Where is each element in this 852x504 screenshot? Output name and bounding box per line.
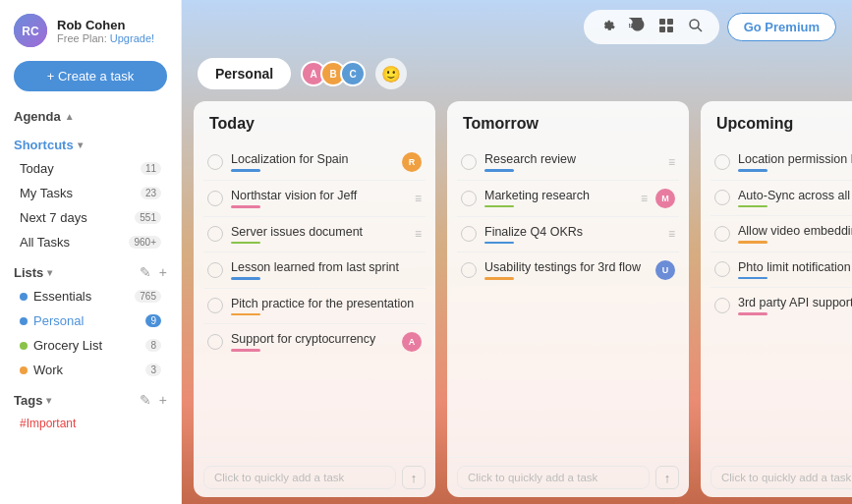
task-item[interactable]: Localization for SpainR — [203, 144, 426, 181]
refresh-button[interactable] — [625, 16, 649, 38]
user-profile: RC Rob Cohen Free Plan: Upgrade! — [0, 0, 181, 57]
grocery-badge: 8 — [145, 339, 161, 352]
user-info: Rob Cohen Free Plan: Upgrade! — [57, 18, 154, 44]
task-priority-bar — [231, 277, 260, 280]
column-tomorrow-body: Research review≡Marketing research≡MFina… — [447, 140, 689, 457]
task-assignee-avatar: A — [402, 332, 422, 352]
avatar: RC — [14, 14, 47, 47]
task-checkbox[interactable] — [714, 226, 730, 242]
task-checkbox[interactable] — [461, 226, 477, 242]
sidebar-item-essentials[interactable]: Essentials 765 — [14, 284, 167, 308]
lists-edit-button[interactable]: ✎ — [140, 264, 151, 280]
lists-title: Lists ▾ — [14, 265, 52, 280]
emoji-button[interactable]: 🙂 — [375, 58, 407, 89]
task-item[interactable]: Lesson learned from last sprint — [203, 252, 426, 289]
add-task-input-upcoming[interactable] — [710, 466, 852, 489]
add-task-button-today[interactable]: ↑ — [402, 466, 426, 489]
task-checkbox[interactable] — [207, 334, 223, 350]
task-item[interactable]: Support for cryptocurrencyA — [203, 324, 426, 360]
task-checkbox[interactable] — [714, 261, 730, 277]
task-content: Lesson learned from last sprint — [231, 260, 422, 280]
task-item[interactable]: Finalize Q4 OKRs≡ — [457, 217, 679, 253]
task-attachment-icon: ≡ — [415, 227, 422, 241]
column-today-footer: ↑ — [194, 457, 435, 497]
sidebar-item-work[interactable]: Work 3 — [14, 358, 167, 382]
search-button[interactable] — [684, 16, 708, 38]
column-upcoming-body: Location permission handlerAuto-Sync acr… — [701, 140, 852, 457]
sidebar-item-all-tasks[interactable]: All Tasks 960+ — [14, 230, 167, 254]
task-item[interactable]: Auto-Sync across all platforms — [710, 181, 852, 217]
add-task-input-today[interactable] — [203, 466, 396, 489]
task-checkbox[interactable] — [714, 190, 730, 205]
svg-line-7 — [698, 28, 702, 31]
go-premium-button[interactable]: Go Premium — [727, 13, 836, 41]
task-item[interactable]: Usability testings for 3rd flowU — [457, 252, 679, 288]
task-content: 3rd party API support — [738, 296, 852, 315]
work-badge: 3 — [145, 364, 161, 376]
sidebar-item-important-tag[interactable]: #Important — [14, 412, 167, 435]
sidebar-item-personal[interactable]: Personal 9 — [14, 308, 167, 333]
task-checkbox[interactable] — [461, 191, 477, 206]
task-priority-bar — [738, 205, 767, 208]
task-checkbox[interactable] — [714, 154, 730, 170]
tags-edit-button[interactable]: ✎ — [140, 392, 151, 408]
task-checkbox[interactable] — [461, 154, 477, 170]
task-checkbox[interactable] — [207, 191, 223, 206]
add-task-input-tomorrow[interactable] — [457, 466, 650, 489]
tags-add-button[interactable]: + — [159, 392, 167, 408]
project-header: Personal A B C 🙂 — [182, 54, 852, 101]
shortcuts-header[interactable]: Shortcuts ▾ — [14, 132, 167, 156]
task-item[interactable]: 3rd party API support≡ — [710, 288, 852, 323]
upgrade-link[interactable]: Upgrade! — [110, 32, 154, 44]
task-item[interactable]: Server issues document≡ — [203, 217, 426, 253]
task-item[interactable]: Research review≡ — [457, 144, 679, 181]
task-priority-bar — [738, 277, 767, 280]
task-item[interactable]: Northstar vision for Jeff≡ — [203, 181, 426, 217]
shortcuts-title: Shortcuts ▾ — [14, 138, 83, 152]
task-item[interactable]: Phto limit notification — [710, 252, 852, 289]
task-priority-bar — [738, 169, 767, 172]
project-tab[interactable]: Personal — [198, 58, 291, 89]
task-checkbox[interactable] — [207, 154, 223, 170]
column-upcoming-footer: ↑ — [701, 457, 852, 497]
task-item[interactable]: Allow video embedding — [710, 216, 852, 252]
task-checkbox[interactable] — [714, 298, 730, 313]
personal-dot — [20, 317, 28, 325]
task-priority-bar — [231, 349, 260, 352]
task-content: Marketing research — [484, 189, 633, 208]
task-priority-bar — [738, 241, 767, 244]
column-today: TodayLocalization for SpainRNorthstar vi… — [194, 101, 435, 497]
lists-add-button[interactable]: + — [159, 264, 167, 280]
task-checkbox[interactable] — [461, 262, 477, 278]
sidebar-item-grocery[interactable]: Grocery List 8 — [14, 333, 167, 358]
task-name: Localization for Spain — [231, 152, 394, 166]
task-content: Finalize Q4 OKRs — [484, 225, 660, 245]
task-item[interactable]: Location permission handler — [710, 144, 852, 181]
create-task-button[interactable]: + Create a task — [14, 61, 167, 91]
task-checkbox[interactable] — [207, 298, 223, 313]
task-priority-bar — [484, 242, 514, 245]
task-name: 3rd party API support — [738, 296, 852, 309]
lists-header: Lists ▾ ✎ + — [14, 258, 167, 284]
personal-badge: 9 — [145, 314, 161, 327]
svg-rect-2 — [659, 19, 665, 25]
project-member-avatar-3: C — [340, 61, 366, 86]
column-today-title: Today — [194, 101, 435, 140]
column-upcoming: UpcomingLocation permission handlerAuto-… — [701, 101, 852, 497]
task-content: Usability testings for 3rd flow — [484, 260, 648, 280]
sidebar-item-today[interactable]: Today 11 — [14, 156, 167, 181]
main-content: Go Premium Personal A B C 🙂 TodayLocaliz… — [182, 0, 852, 504]
task-attachment-icon: ≡ — [668, 155, 675, 169]
essentials-dot — [20, 293, 28, 301]
settings-button[interactable] — [596, 16, 619, 38]
task-checkbox[interactable] — [207, 226, 223, 242]
task-item[interactable]: Marketing research≡M — [457, 181, 679, 217]
column-tomorrow-footer: ↑ — [447, 457, 689, 497]
task-checkbox[interactable] — [207, 262, 223, 278]
task-priority-bar — [484, 169, 514, 172]
sidebar-item-next-7[interactable]: Next 7 days 551 — [14, 205, 167, 230]
sidebar-item-my-tasks[interactable]: My Tasks 23 — [14, 181, 167, 205]
layout-button[interactable] — [654, 16, 678, 38]
add-task-button-tomorrow[interactable]: ↑ — [655, 466, 679, 489]
task-item[interactable]: Pitch practice for the presentation — [203, 289, 426, 325]
